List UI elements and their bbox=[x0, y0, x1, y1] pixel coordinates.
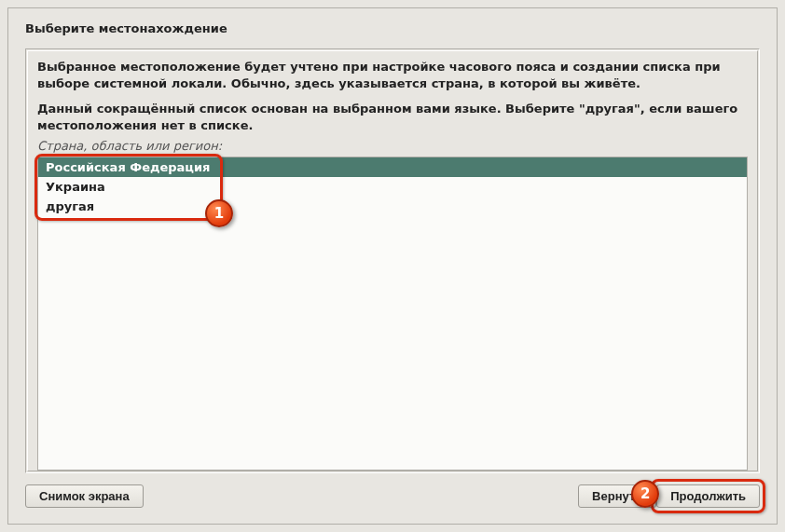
list-item[interactable]: Украина bbox=[38, 177, 747, 197]
location-dialog: Выберите местонахождение Выбранное место… bbox=[7, 7, 778, 525]
dialog-title: Выберите местонахождение bbox=[25, 21, 760, 35]
description-1: Выбранное местоположение будет учтено пр… bbox=[37, 59, 748, 91]
list-item[interactable]: Российская Федерация bbox=[38, 157, 747, 177]
screenshot-button[interactable]: Снимок экрана bbox=[25, 484, 144, 508]
content-frame: Выбранное местоположение будет учтено пр… bbox=[25, 48, 760, 473]
list-wrapper: Российская Федерация Украина другая 1 bbox=[37, 157, 748, 471]
button-bar: Снимок экрана Вернуть Продолжить 2 bbox=[25, 484, 760, 508]
content-inner: Выбранное местоположение будет учтено пр… bbox=[27, 50, 758, 471]
back-button[interactable]: Вернуть bbox=[578, 484, 656, 508]
continue-wrapper: Продолжить 2 bbox=[656, 484, 760, 508]
continue-button[interactable]: Продолжить bbox=[656, 484, 760, 508]
location-listbox[interactable]: Российская Федерация Украина другая bbox=[37, 157, 748, 471]
description-2: Данный сокращённый список основан на выб… bbox=[37, 101, 748, 133]
list-label: Страна, область или регион: bbox=[37, 139, 748, 153]
list-item[interactable]: другая bbox=[38, 197, 747, 216]
